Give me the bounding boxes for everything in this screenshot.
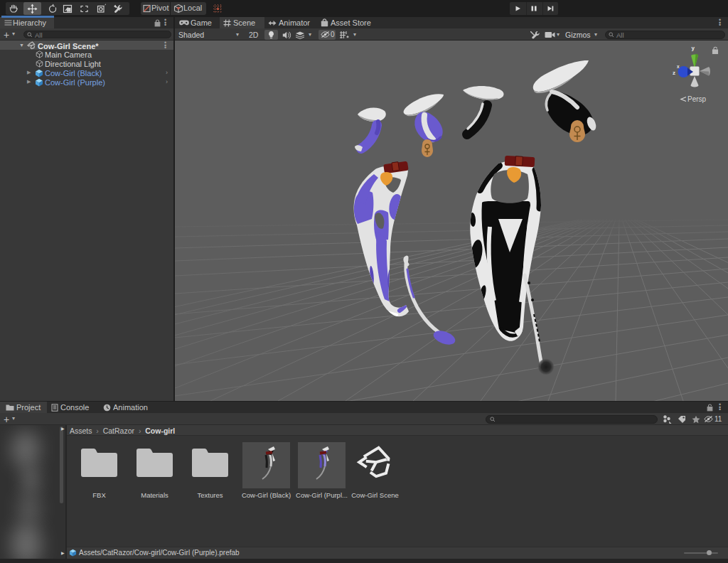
svg-text:y: y [692, 45, 695, 51]
svg-text:Persp: Persp [687, 95, 707, 103]
svg-text:z: z [673, 70, 675, 76]
svg-text:x: x [677, 64, 680, 69]
